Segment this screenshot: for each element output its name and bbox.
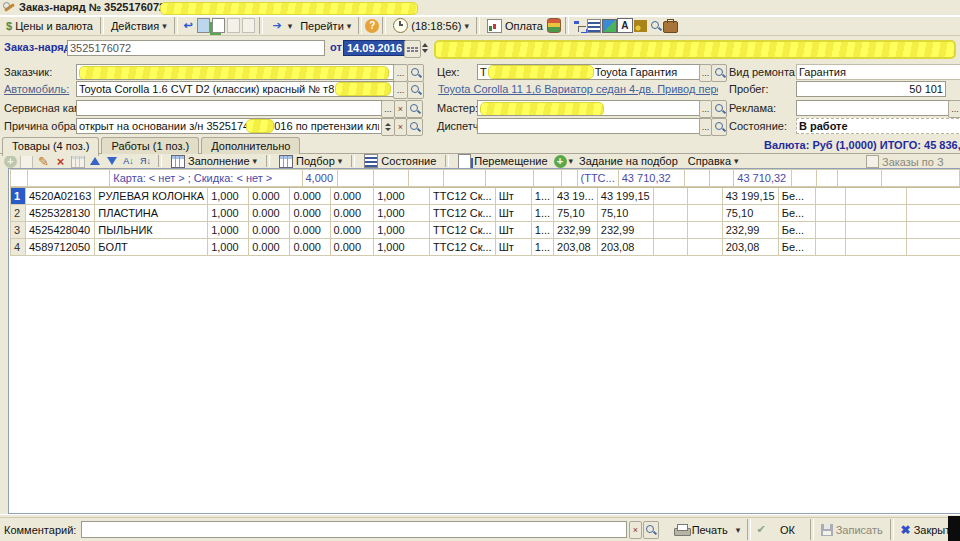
refresh-icon[interactable]	[196, 19, 211, 33]
pick-menu-button[interactable]: Подбор ▾	[275, 154, 346, 169]
tab-goods[interactable]: Товары (4 поз.)	[2, 137, 99, 156]
cell-k[interactable]: 1...	[531, 239, 553, 256]
post-document-icon[interactable]: ✔	[754, 523, 768, 537]
cell-total[interactable]: 232,99	[722, 222, 778, 239]
master-lookup-button[interactable]	[711, 100, 727, 118]
tab-additional[interactable]: Дополнительно	[201, 137, 300, 154]
car-link-label[interactable]: Автомобиль:	[4, 83, 69, 95]
fill-menu-button[interactable]: Заполнение ▾	[167, 154, 261, 169]
reason-spinner[interactable]	[381, 118, 395, 136]
shop-input[interactable]: Т Toyota Гарантия	[477, 64, 701, 80]
cell-unit[interactable]: Шт	[495, 205, 531, 222]
repair-type-value[interactable]: Гарантия	[796, 64, 960, 80]
cell-warehouse[interactable]: ТТС12 Ск...	[430, 188, 496, 205]
actions-menu-button[interactable]: Действия ▾	[107, 19, 171, 33]
payment-button[interactable]: Оплата	[483, 18, 547, 34]
service-campaign-input[interactable]	[76, 100, 382, 116]
cell-rest[interactable]: 0.000	[249, 239, 290, 256]
save-grid-icon[interactable]	[70, 154, 85, 168]
structure-icon[interactable]	[572, 19, 587, 33]
cell-unit[interactable]: Шт	[495, 239, 531, 256]
move-down-icon[interactable]	[104, 154, 119, 168]
cell-name[interactable]: РУЛЕВАЯ КОЛОНКА	[95, 188, 208, 205]
customer-ellipsis-button[interactable]: ...	[393, 64, 408, 82]
cell-ordered[interactable]: 0.000	[290, 239, 330, 256]
briefcase-icon[interactable]	[663, 19, 678, 33]
paste-icon[interactable]	[241, 19, 256, 33]
cell-reserved[interactable]: 0.000	[330, 205, 374, 222]
cell-rest[interactable]: 0.000	[249, 222, 290, 239]
sort-desc-icon[interactable]: Я↓	[138, 154, 153, 168]
table-row[interactable]: 3 4525428040 ПЫЛЬНИК 1,000 0.000 0.000 0…	[11, 222, 960, 239]
cell-inprod[interactable]: 1,000	[374, 239, 430, 256]
cell-pct1[interactable]	[653, 188, 688, 205]
state-button[interactable]: Состояние	[360, 153, 440, 169]
cell-name[interactable]: ПЛАСТИНА	[95, 205, 208, 222]
orders-checkbox[interactable]: Заказы по З	[866, 155, 960, 168]
comment-input[interactable]	[81, 521, 626, 538]
cell-price[interactable]: 75,10	[554, 205, 598, 222]
table-row[interactable]: 4 4589712050 БОЛТ 1,000 0.000 0.000 0.00…	[11, 239, 960, 256]
cell-sum[interactable]: 232,99	[597, 222, 653, 239]
cell-rest[interactable]: 0.000	[249, 205, 290, 222]
customer-input[interactable]	[76, 64, 394, 80]
cell-pct1[interactable]	[653, 239, 688, 256]
cell-ttc[interactable]	[907, 188, 960, 205]
order-number-input[interactable]	[67, 40, 325, 56]
cell-price[interactable]: 232,99	[554, 222, 598, 239]
letter-a-icon[interactable]: A	[617, 18, 633, 33]
copy-row-icon[interactable]	[19, 154, 34, 168]
cell-n[interactable]: 3	[11, 222, 26, 239]
coins-icon[interactable]	[633, 19, 648, 33]
cell-cat[interactable]: 4525328130	[25, 205, 94, 222]
cell-n[interactable]: 1	[11, 188, 26, 205]
ad-ellipsis-button[interactable]: ...	[948, 100, 960, 118]
cell-unit[interactable]: Шт	[495, 188, 531, 205]
cell-reserved[interactable]: 0.000	[330, 188, 374, 205]
delete-row-icon[interactable]: ×	[53, 154, 68, 168]
cell-total[interactable]: 43 199,15	[722, 188, 778, 205]
cell-ordered[interactable]: 0.000	[290, 205, 330, 222]
cell-inprod[interactable]: 1,000	[374, 188, 430, 205]
cell-vat[interactable]	[815, 188, 845, 205]
cell-sum[interactable]: 75,10	[597, 205, 653, 222]
pick-task-button[interactable]: Задание на подбор	[575, 154, 682, 168]
print-button[interactable]: Печать	[670, 523, 732, 537]
cell-k[interactable]: 1...	[531, 222, 553, 239]
car-input[interactable]: Toyota Corolla 1.6 CVT D2 (классик) крас…	[76, 81, 394, 97]
master-input[interactable]	[477, 100, 701, 116]
time-button[interactable]: (18:18:56) ▾	[389, 17, 473, 34]
cell-qty[interactable]: 1,000	[208, 205, 249, 222]
cell-vat[interactable]	[815, 239, 845, 256]
cell-total[interactable]: 75,10	[722, 205, 778, 222]
reason-input[interactable]: открыт на основании з/н 3525174636 от 2 …	[76, 118, 382, 134]
date-spinner[interactable]	[422, 40, 428, 56]
add-row-icon[interactable]: +	[4, 155, 17, 168]
table-row[interactable]: 2 4525328130 ПЛАСТИНА 1,000 0.000 0.000 …	[11, 205, 960, 222]
cell-pct2[interactable]	[688, 188, 723, 205]
cell-name[interactable]: БОЛТ	[95, 239, 208, 256]
cell-sum[interactable]: 203,08	[597, 239, 653, 256]
dispatcher-lookup-button[interactable]	[711, 118, 727, 136]
comment-clear-button[interactable]: ×	[629, 521, 642, 539]
cell-note[interactable]	[845, 222, 907, 239]
cell-vat-pct[interactable]: Бе...	[778, 188, 815, 205]
cell-price[interactable]: 203,08	[554, 239, 598, 256]
cell-rest[interactable]: 0.000	[249, 188, 290, 205]
date-input[interactable]: 14.09.2016	[343, 40, 409, 56]
service-campaign-lookup-button[interactable]	[406, 100, 423, 118]
cell-pct2[interactable]	[688, 239, 723, 256]
table-row[interactable]: 1 4520A02163 РУЛЕВАЯ КОЛОНКА 1,000 0.000…	[11, 188, 960, 205]
cell-qty[interactable]: 1,000	[208, 222, 249, 239]
cell-pct2[interactable]	[688, 205, 723, 222]
cell-warehouse[interactable]: ТТС12 Ск...	[430, 239, 496, 256]
calendar-button[interactable]	[404, 40, 421, 58]
comment-lookup-button[interactable]	[643, 521, 659, 539]
cell-vat[interactable]	[815, 222, 845, 239]
save-button[interactable]: Записать	[817, 523, 887, 537]
cell-ttc[interactable]	[907, 222, 960, 239]
cell-name[interactable]: ПЫЛЬНИК	[95, 222, 208, 239]
cell-sum[interactable]: 43 199,15	[597, 188, 653, 205]
cell-price[interactable]: 43 19...	[554, 188, 598, 205]
cell-pct2[interactable]	[688, 222, 723, 239]
